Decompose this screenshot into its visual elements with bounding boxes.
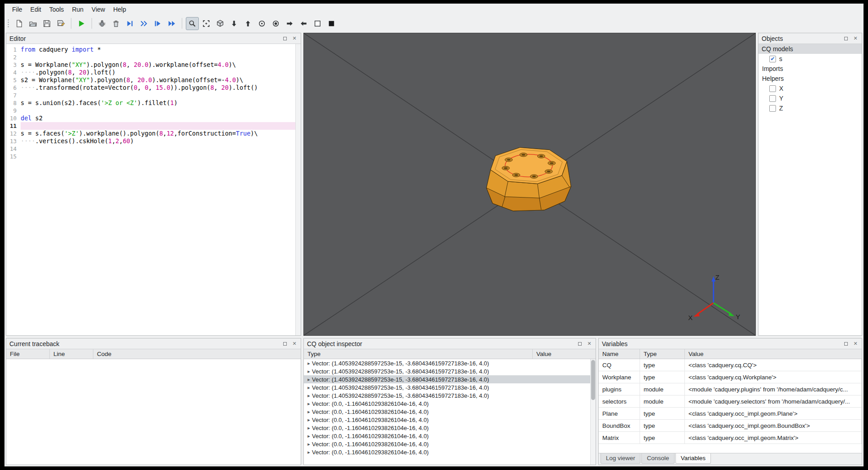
left-view-button[interactable] — [283, 17, 296, 30]
expand-arrow-icon[interactable]: ▸ — [306, 409, 312, 415]
inspector-row[interactable]: ▸Vector: (0.0, -1.1604610293826104e-16, … — [304, 416, 596, 424]
expand-arrow-icon[interactable]: ▸ — [306, 393, 312, 399]
save-button[interactable] — [40, 17, 53, 30]
line-number[interactable]: 4 — [6, 69, 21, 76]
scrollbar-thumb[interactable] — [591, 360, 595, 400]
inspector-scrollbar[interactable] — [590, 359, 596, 465]
tab-console[interactable]: Console — [641, 453, 675, 464]
iso-view-button[interactable] — [214, 17, 227, 30]
tab-variables[interactable]: Variables — [675, 453, 711, 464]
line-number[interactable]: 1 — [6, 46, 21, 53]
menu-edit[interactable]: Edit — [26, 4, 45, 14]
code-line-3[interactable]: 3s = Workplane("XY").polygon(8, 20.0).wo… — [6, 61, 301, 69]
tree-item-helpers[interactable]: Helpers — [758, 74, 862, 83]
checkbox-unchecked[interactable] — [769, 85, 776, 92]
save-as-button[interactable] — [54, 17, 67, 30]
tab-log-viewer[interactable]: Log viewer — [601, 453, 640, 464]
open-file-button[interactable] — [26, 17, 39, 30]
continue-button[interactable] — [165, 17, 178, 30]
step-out-button[interactable] — [151, 17, 164, 30]
line-number[interactable]: 9 — [6, 107, 21, 114]
line-number[interactable]: 13 — [6, 137, 21, 145]
code-line-6[interactable]: 6····.transformed(rotate=Vector(0, 0, 15… — [6, 84, 301, 92]
checkbox-unchecked[interactable] — [769, 95, 776, 102]
line-number[interactable]: 11 — [6, 122, 21, 130]
wireframe-mode-button[interactable] — [311, 17, 324, 30]
step-over-button[interactable] — [123, 17, 136, 30]
front-view-button[interactable] — [255, 17, 268, 30]
code-line-5[interactable]: 5s2 = Workplane("XY").polygon(8, 20.0).w… — [6, 76, 301, 84]
variable-row-BoundBox[interactable]: BoundBoxtype<class 'cadquery.occ_impl.ge… — [599, 420, 862, 432]
expand-arrow-icon[interactable]: ▸ — [306, 360, 312, 366]
inspector-row[interactable]: ▸Vector: (1.4053924288597253e-15, -3.680… — [304, 367, 596, 375]
close-icon[interactable]: ✕ — [586, 341, 592, 347]
tree-item-z[interactable]: Z — [758, 103, 862, 113]
editor-scrollbar[interactable] — [295, 44, 301, 335]
code-line-13[interactable]: 13····.vertices().cskHole(1,2,60) — [6, 137, 301, 145]
top-view-button[interactable] — [228, 17, 241, 30]
code-line-9[interactable]: 9 — [6, 107, 301, 114]
expand-arrow-icon[interactable]: ▸ — [306, 449, 312, 455]
checkbox-unchecked[interactable] — [769, 105, 776, 112]
inspector-row[interactable]: ▸Vector: (0.0, -1.1604610293826104e-16, … — [304, 448, 596, 456]
close-icon[interactable]: ✕ — [291, 35, 298, 42]
inspector-row[interactable]: ▸Vector: (1.4053924288597253e-15, -3.680… — [304, 383, 596, 391]
tree-item-y[interactable]: Y — [758, 93, 862, 103]
delete-button[interactable] — [110, 17, 123, 30]
right-view-button[interactable] — [297, 17, 310, 30]
bottom-view-button[interactable] — [241, 17, 254, 30]
code-line-14[interactable]: 14 — [6, 145, 301, 153]
menu-tools[interactable]: Tools — [45, 4, 68, 14]
render-button[interactable] — [75, 17, 88, 30]
code-line-11[interactable]: 11 — [6, 122, 301, 130]
code-line-8[interactable]: 8s = s.union(s2).faces('>Z or <Z').fille… — [6, 99, 301, 107]
line-number[interactable]: 5 — [6, 76, 21, 84]
tree-item-imports[interactable]: Imports — [758, 64, 862, 74]
expand-arrow-icon[interactable]: ▸ — [306, 401, 312, 407]
float-icon[interactable] — [843, 35, 849, 42]
inspector-row[interactable]: ▸Vector: (0.0, -1.1604610293826104e-16, … — [304, 424, 596, 432]
line-number[interactable]: 6 — [6, 84, 21, 92]
float-icon[interactable] — [282, 35, 288, 42]
tree-item-s[interactable]: ✔s — [758, 54, 862, 64]
line-number[interactable]: 8 — [6, 99, 21, 107]
step-into-button[interactable] — [137, 17, 150, 30]
variable-row-Workplane[interactable]: Workplanetype<class 'cadquery.cq.Workpla… — [599, 371, 862, 383]
variable-row-Matrix[interactable]: Matrixtype<class 'cadquery.occ_impl.geom… — [599, 432, 862, 444]
cad-model[interactable] — [487, 147, 571, 211]
inspector-row[interactable]: ▸Vector: (0.0, -1.1604610293826104e-16, … — [304, 400, 596, 408]
expand-arrow-icon[interactable]: ▸ — [306, 369, 312, 374]
3d-viewport[interactable]: Z X Y — [303, 33, 756, 336]
code-line-2[interactable]: 2 — [6, 53, 301, 61]
menu-run[interactable]: Run — [68, 4, 88, 14]
tree-section-cq-models[interactable]: CQ models — [758, 44, 862, 54]
expand-arrow-icon[interactable]: ▸ — [306, 425, 312, 431]
expand-arrow-icon[interactable]: ▸ — [306, 417, 312, 423]
shaded-mode-button[interactable] — [325, 17, 338, 30]
code-line-15[interactable]: 15 — [6, 153, 301, 160]
code-line-4[interactable]: 4····.polygon(8, 20).loft() — [6, 69, 301, 76]
debug-button[interactable] — [96, 17, 109, 30]
variable-row-plugins[interactable]: pluginsmodule<module 'cadquery.plugins' … — [599, 383, 862, 395]
float-icon[interactable] — [577, 341, 583, 347]
code-line-10[interactable]: 10del s2 — [6, 114, 301, 122]
close-icon[interactable]: ✕ — [291, 341, 298, 347]
inspector-row[interactable]: ▸Vector: (0.0, -1.1604610293826104e-16, … — [304, 408, 596, 416]
line-number[interactable]: 2 — [6, 53, 21, 61]
back-view-button[interactable] — [269, 17, 282, 30]
menu-file[interactable]: File — [8, 4, 26, 14]
expand-arrow-icon[interactable]: ▸ — [306, 377, 312, 382]
line-number[interactable]: 3 — [6, 61, 21, 69]
inspector-row[interactable]: ▸Vector: (1.4053924288597253e-15, -3.680… — [304, 391, 596, 400]
inspector-row[interactable]: ▸Vector: (1.4053924288597253e-15, -3.680… — [304, 375, 596, 383]
inspector-row[interactable]: ▸Vector: (0.0, -1.1604610293826104e-16, … — [304, 432, 596, 440]
expand-arrow-icon[interactable]: ▸ — [306, 385, 312, 391]
variable-row-Plane[interactable]: Planetype<class 'cadquery.occ_impl.geom.… — [599, 408, 862, 420]
close-icon[interactable]: ✕ — [852, 341, 859, 347]
float-icon[interactable] — [282, 341, 288, 347]
toolbar-handle[interactable] — [7, 19, 9, 28]
close-icon[interactable]: ✕ — [852, 35, 859, 42]
code-line-12[interactable]: 12s = s.faces('>Z').workplane().polygon(… — [6, 130, 301, 137]
checkbox-checked[interactable]: ✔ — [769, 56, 776, 62]
line-number[interactable]: 14 — [6, 145, 21, 153]
